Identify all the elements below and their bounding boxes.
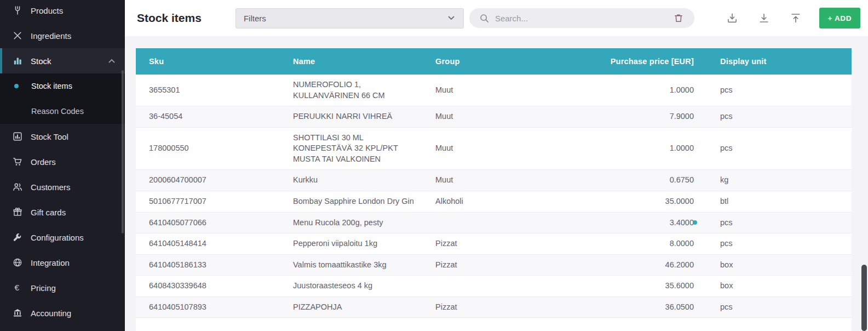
topbar-actions <box>723 9 805 27</box>
sidebar-item-integration[interactable]: Integration <box>0 250 125 275</box>
stock-items-table: Sku Name Group Purchase price [EUR] Disp… <box>136 48 852 318</box>
chevron-down-icon <box>447 14 456 22</box>
sidebar-item-label: Stock <box>31 56 51 66</box>
cell-group: Muut <box>422 75 515 106</box>
column-header-purchase-price[interactable]: Purchase price [EUR] <box>515 48 707 75</box>
sidebar: Products Ingredients Stock <box>0 0 125 331</box>
table-row[interactable]: 6410405186133 Valmis tomaattikastike 3kg… <box>136 254 852 276</box>
main-content: Stock items Filters <box>125 0 868 331</box>
cell-unit: pcs <box>707 296 852 318</box>
gift-icon <box>12 207 23 218</box>
table-row[interactable]: 6410405148414 Pepperoni viipaloitu 1kg P… <box>136 233 852 255</box>
cell-name: Kurkku <box>280 170 422 191</box>
column-header-sku[interactable]: Sku <box>136 48 280 75</box>
cell-price: 8.0000 <box>515 233 707 255</box>
wrench-icon <box>12 232 23 243</box>
cell-sku: 178000550 <box>136 127 280 170</box>
cell-group <box>422 212 515 233</box>
sidebar-item-products[interactable]: Products <box>0 0 125 23</box>
cell-sku: 3655301 <box>136 75 280 106</box>
filters-dropdown[interactable]: Filters <box>235 8 464 28</box>
shopping-cart-icon <box>12 156 23 167</box>
euro-icon: € <box>12 282 23 293</box>
cell-group: Pizzat <box>422 254 515 276</box>
download-icon <box>758 13 769 24</box>
cell-price: 35.0000 <box>515 191 707 212</box>
sidebar-item-configurations[interactable]: Configurations <box>0 225 125 250</box>
search-input[interactable] <box>495 14 669 23</box>
cell-unit: pcs <box>707 233 852 255</box>
price-value: 3.4000 <box>670 218 694 227</box>
column-header-name[interactable]: Name <box>280 48 422 75</box>
cell-sku: 6410405107893 <box>136 296 280 318</box>
table-row[interactable]: 178000550 SHOTTILASI 30 ML KONEPESTÄVÄ 3… <box>136 127 852 170</box>
cell-unit: pcs <box>707 212 852 233</box>
table-row[interactable]: 3655301 NUMEROFOLIO 1, KULLANVÄRINEN 66 … <box>136 75 852 106</box>
sidebar-subitem-stock-items[interactable]: Stock items <box>0 73 125 99</box>
column-header-group[interactable]: Group <box>422 48 515 75</box>
cell-group: Alkoholi <box>422 191 515 212</box>
globe-icon <box>12 257 23 268</box>
svg-text:€: € <box>15 283 20 292</box>
sidebar-item-label: Pricing <box>31 283 56 293</box>
sidebar-scrollbar-thumb[interactable] <box>122 70 124 233</box>
cell-name: Bombay Sapphire London Dry Gin <box>280 191 422 212</box>
bar-chart-icon <box>12 55 23 66</box>
table-row[interactable]: 6410405107893 PIZZAPOHJA Pizzat 36.0500 … <box>136 296 852 318</box>
chevron-up-icon <box>107 56 116 65</box>
cell-sku: 5010677717007 <box>136 191 280 212</box>
cell-sku: 36-45054 <box>136 106 280 128</box>
stock-submenu: Stock items Reason Codes <box>0 73 125 124</box>
cell-price: 1.0000 <box>515 127 707 170</box>
sidebar-subitem-label: Stock items <box>31 82 72 90</box>
vertical-scrollbar-thumb[interactable] <box>861 265 867 331</box>
upload-icon <box>790 13 801 24</box>
table-body: 3655301 NUMEROFOLIO 1, KULLANVÄRINEN 66 … <box>136 75 852 318</box>
sidebar-item-stock[interactable]: Stock <box>0 48 125 73</box>
topbar: Stock items Filters <box>125 0 868 36</box>
cell-unit: kg <box>707 170 852 191</box>
cell-unit: pcs <box>707 127 852 170</box>
sidebar-item-accounting[interactable]: Accounting <box>0 300 125 326</box>
cell-group: Pizzat <box>422 233 515 255</box>
table-row[interactable]: 2000604700007 Kurkku Muut 0.6750 kg <box>136 170 852 191</box>
table-row[interactable]: 36-45054 PERUUKKI NARRI VIHREÄ Muut 7.90… <box>136 106 852 128</box>
cell-name: PERUUKKI NARRI VIHREÄ <box>280 106 422 128</box>
app-root: Products Ingredients Stock <box>0 0 868 331</box>
bank-icon <box>12 307 23 318</box>
export-button[interactable] <box>723 9 741 27</box>
cell-name: Juustoraasteseos 4 kg <box>280 276 422 297</box>
cell-group: Muut <box>422 106 515 128</box>
stock-items-table-container: Sku Name Group Purchase price [EUR] Disp… <box>136 48 852 331</box>
sidebar-item-label: Products <box>31 6 63 15</box>
add-button[interactable]: + ADD <box>819 8 860 28</box>
table-row[interactable]: 5010677717007 Bombay Sapphire London Dry… <box>136 191 852 212</box>
sidebar-nav: Products Ingredients Stock <box>0 0 125 326</box>
cell-sku: 6410405148414 <box>136 233 280 255</box>
upload-button[interactable] <box>786 9 805 27</box>
table-row[interactable]: 6408430339648 Juustoraasteseos 4 kg 35.6… <box>136 276 852 297</box>
sidebar-item-ingredients[interactable]: Ingredients <box>0 23 125 48</box>
cell-price: 3.4000 <box>515 212 707 233</box>
cell-unit: pcs <box>707 106 852 128</box>
sidebar-item-gift-cards[interactable]: Gift cards <box>0 199 125 225</box>
sidebar-subitem-reason-codes[interactable]: Reason Codes <box>0 99 125 124</box>
cell-unit: box <box>707 276 852 297</box>
sidebar-item-label: Orders <box>31 157 56 167</box>
download-button[interactable] <box>755 9 773 27</box>
sidebar-item-label: Integration <box>31 258 70 267</box>
sidebar-item-customers[interactable]: Customers <box>0 174 125 199</box>
sidebar-item-orders[interactable]: Orders <box>0 149 125 174</box>
sidebar-item-pricing[interactable]: € Pricing <box>0 275 125 300</box>
crossed-utensils-icon <box>12 30 23 41</box>
cell-sku: 6410405077066 <box>136 212 280 233</box>
column-header-display-unit[interactable]: Display unit <box>707 48 852 75</box>
stock-indicator-dot <box>693 220 697 225</box>
page-title: Stock items <box>137 12 202 25</box>
cell-group: Pizzat <box>422 296 515 318</box>
clear-search-button[interactable] <box>669 9 688 27</box>
sidebar-item-label: Ingredients <box>31 31 71 41</box>
search-bar[interactable] <box>469 8 694 28</box>
table-row[interactable]: 6410405077066 Menu Rucola 200g, pesty 3.… <box>136 212 852 233</box>
sidebar-item-stock-tool[interactable]: Stock Tool <box>0 124 125 149</box>
